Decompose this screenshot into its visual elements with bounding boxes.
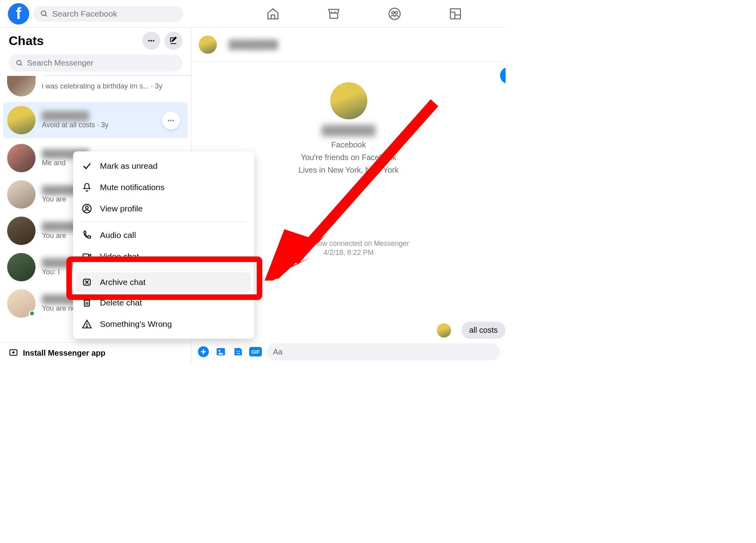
svg-rect-5 [450,9,461,19]
sticker-icon[interactable] [232,345,244,358]
global-search[interactable] [33,6,183,22]
svg-point-27 [87,326,87,327]
svg-point-17 [218,350,220,352]
connected-text: You are now connected on Messenger [288,239,409,248]
avatar[interactable] [199,36,217,54]
timestamp: 4/2/18, 8:22 PM [323,249,374,257]
contact-name: ████████ [322,125,375,136]
groups-icon[interactable] [388,7,401,21]
chat-more-button[interactable] [162,111,180,130]
svg-point-8 [153,40,154,41]
svg-point-19 [239,351,240,352]
conversation-title: ████████ [229,40,278,50]
gaming-icon[interactable] [449,7,462,21]
svg-point-6 [148,40,150,41]
top-bar: f [0,0,506,28]
contact-info: You're friends on Facebook [301,151,396,164]
svg-point-13 [173,120,174,121]
top-nav [266,7,462,21]
avatar [7,289,36,318]
home-icon[interactable] [266,7,280,21]
svg-rect-26 [85,300,90,306]
contact-info: Facebook [331,138,366,151]
avatar [437,323,451,337]
search-icon [16,59,23,67]
messenger-search[interactable] [9,55,182,72]
svg-point-0 [41,11,46,15]
menu-view-profile[interactable]: View profile [73,198,254,219]
svg-point-18 [237,351,238,352]
avatar [7,144,36,172]
chats-options-button[interactable] [142,32,160,50]
avatar [7,217,36,245]
menu-delete-chat[interactable]: Delete chat [73,292,254,313]
svg-point-23 [86,206,88,209]
avatar [7,106,36,134]
svg-point-11 [168,120,169,121]
gif-icon[interactable]: GIF [249,345,262,358]
messenger-search-input[interactable] [27,58,175,68]
menu-something-wrong[interactable]: Something's Wrong [73,313,254,335]
search-icon [40,9,48,18]
composer: GIF Aa [192,340,506,363]
chats-title: Chats [9,34,44,48]
menu-archive-chat[interactable]: Archive chat [76,272,251,292]
plus-icon[interactable] [197,345,210,358]
svg-point-9 [17,60,21,65]
avatar [7,180,36,209]
avatar [7,253,36,281]
message-input[interactable]: Aa [267,343,500,360]
svg-point-2 [389,8,400,19]
chat-row[interactable]: i was celebrating a birthday im s... · 3… [0,76,191,100]
menu-audio-call[interactable]: Audio call [73,224,254,246]
menu-mute[interactable]: Mute notifications [73,177,254,198]
svg-point-3 [392,11,394,14]
facebook-logo[interactable]: f [8,3,29,25]
compose-button[interactable] [164,32,182,50]
avatar [330,82,367,119]
chat-row-selected[interactable]: ████████ Avoid at all costs · 3y [3,102,188,138]
message-bubble: all costs [461,322,506,339]
context-menu: Mark as unread Mute notifications View p… [73,151,254,339]
download-icon [9,348,18,358]
presence-dot [29,310,35,317]
photo-icon[interactable] [214,345,227,358]
conversation-header: ████████ [192,28,506,62]
contact-info: Lives in New York, New York [299,164,399,176]
avatar [7,76,36,96]
svg-point-12 [170,120,172,121]
svg-rect-24 [83,254,88,259]
svg-point-7 [150,40,152,41]
svg-line-10 [21,64,22,66]
svg-point-4 [395,11,397,14]
menu-mark-unread[interactable]: Mark as unread [73,155,254,177]
menu-video-chat[interactable]: Video chat [73,246,254,267]
message-row: all costs [437,322,506,339]
global-search-input[interactable] [52,9,176,19]
install-label: Install Messenger app [23,349,105,358]
install-app-button[interactable]: Install Messenger app [0,342,191,363]
marketplace-icon[interactable] [327,7,340,21]
svg-text:GIF: GIF [251,349,260,355]
svg-line-1 [45,15,47,16]
chat-preview: i was celebrating a birthday im s... · 3… [42,82,184,90]
